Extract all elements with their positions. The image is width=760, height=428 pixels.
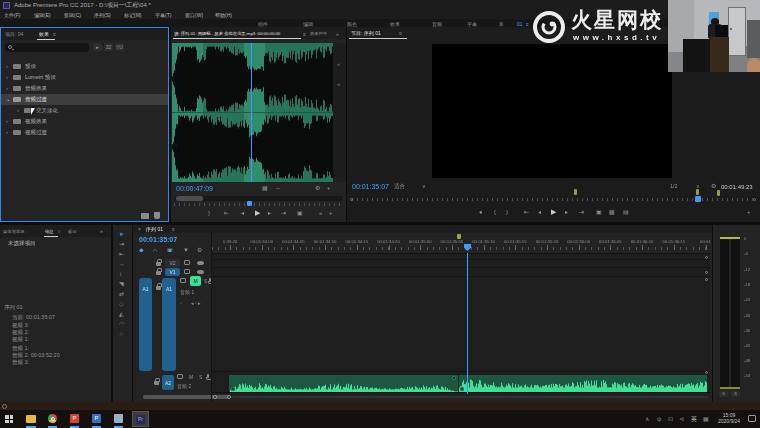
source-export-frame-icon[interactable]: ▣ (297, 210, 303, 217)
program-video-frame[interactable] (432, 44, 672, 178)
track-target-v2[interactable]: V2 (165, 259, 180, 267)
32bit-effects-icon[interactable]: 32 (104, 43, 113, 51)
info-panel-menu-icon[interactable]: ≡ (58, 229, 61, 234)
extract-icon[interactable]: ▩ (609, 209, 615, 216)
add-marker-icon[interactable]: ● (479, 209, 483, 216)
workspace-tab-titles[interactable]: 字幕 (467, 21, 477, 27)
timeline-playhead-line[interactable] (467, 253, 468, 394)
sequence-marker-1[interactable] (574, 189, 577, 195)
zoom-tool-icon[interactable]: ○ (119, 331, 123, 338)
taskbar-app-p-icon[interactable]: P (92, 414, 101, 423)
menu-clip[interactable]: 剪辑(C) (64, 12, 81, 18)
lock-icon[interactable] (156, 262, 161, 266)
menu-title[interactable]: 字幕(T) (155, 12, 171, 18)
chevron-down-icon[interactable]: ⌄ (6, 96, 11, 103)
source-play-icon[interactable]: ▶ (255, 209, 260, 217)
tree-row-presets[interactable]: › 预设 (1, 61, 168, 72)
workspace-tab-assembly[interactable]: 组件 (258, 21, 268, 27)
sync-lock-icon[interactable] (184, 269, 190, 274)
source-zoom-thumb[interactable] (176, 196, 203, 201)
voiceover-icon[interactable] (207, 374, 209, 378)
source-playhead-marker[interactable] (247, 201, 252, 206)
taskbar-explorer-icon[interactable] (26, 415, 36, 423)
chevron-right-icon[interactable]: › (6, 85, 8, 92)
effects-search-input[interactable] (5, 43, 89, 52)
pen-tool-icon[interactable]: ◭ (119, 311, 124, 318)
source-waveform-view[interactable]: L R (172, 43, 333, 182)
play-icon[interactable]: ▶ (551, 208, 556, 216)
track-target-v1[interactable]: V1 (165, 268, 180, 276)
chevron-right-icon[interactable]: › (6, 63, 8, 70)
vscroll-handle[interactable] (705, 256, 708, 259)
chevron-right-icon[interactable]: › (6, 118, 8, 125)
mute-button-a1[interactable]: M (190, 276, 201, 286)
track-select-tool-icon[interactable]: ⇥ (119, 241, 124, 248)
tree-row-crossfade[interactable]: › 交叉淡化 (1, 105, 168, 116)
solo-right-icon[interactable]: ◃ (337, 81, 340, 87)
lock-icon[interactable] (156, 286, 161, 290)
menu-edit[interactable]: 编辑(E) (34, 12, 51, 18)
slide-tool-icon[interactable]: ◇ (119, 301, 124, 308)
track-target-a1[interactable]: A1 (162, 278, 176, 371)
tab-program[interactable]: 节目: 序列 01 (351, 30, 381, 36)
source-settings-icon[interactable]: ⚙ (315, 185, 320, 192)
rate-stretch-tool-icon[interactable]: ↕ (119, 271, 122, 278)
lift-icon[interactable]: ▣ (596, 209, 602, 216)
scrub-circle-right[interactable] (753, 198, 756, 201)
mark-in-icon[interactable]: { (494, 209, 496, 216)
tray-expand-icon[interactable]: ∧ (645, 416, 649, 423)
tab-effects[interactable]: 效果 (39, 31, 49, 37)
action-center-icon[interactable] (748, 415, 756, 422)
delete-icon[interactable] (154, 212, 160, 219)
meter-solo-left[interactable]: S (719, 391, 728, 397)
tree-row-video-effects[interactable]: › 视频效果 (1, 116, 168, 127)
add-button-icon[interactable]: + (747, 209, 751, 216)
selection-tool-icon[interactable]: ► (119, 231, 125, 238)
tab-sequence[interactable]: 序列 01 (146, 226, 163, 232)
source-goto-out-icon[interactable]: ⇥ (281, 210, 286, 217)
source-extra-icon[interactable]: + (327, 185, 331, 192)
export-frame-icon[interactable]: ▤ (623, 209, 629, 216)
vscroll-handle[interactable] (705, 371, 708, 374)
scrub-circle-left[interactable] (350, 198, 353, 201)
tab-source[interactable]: 源: 序列 01: 周砚畅 - 原来 你也在这里.mp3: 00:00:00:0… (174, 31, 302, 36)
goto-in-icon[interactable]: ⇤ (524, 209, 529, 216)
source-timecode[interactable]: 00:00:47:09 (176, 185, 213, 193)
new-bin-icon[interactable] (141, 213, 149, 219)
menu-marker[interactable]: 标记(M) (124, 12, 142, 18)
sync-lock-icon[interactable] (177, 374, 183, 379)
solo-left-icon[interactable]: ◃ (337, 61, 340, 67)
mark-out-icon[interactable]: } (506, 209, 508, 216)
tree-row-audio-effects[interactable]: › 音频效果 (1, 83, 168, 94)
menu-sequence[interactable]: 序列(S) (94, 12, 111, 18)
close-icon[interactable]: × (138, 226, 141, 232)
hscroll-handle[interactable] (213, 395, 217, 399)
tray-volume-icon[interactable]: ⊲ (679, 416, 684, 423)
tab-media-browser[interactable]: 媒体浏览器 (3, 229, 24, 234)
lock-icon[interactable] (156, 271, 161, 275)
start-button[interactable] (5, 415, 13, 423)
timeline-panel-menu-icon[interactable]: ≡ (172, 226, 175, 232)
tree-row-lumetri[interactable]: › Lumetri 预设 (1, 72, 168, 83)
timeline-timecode[interactable]: 00:01:35:07 (139, 236, 177, 244)
menu-window[interactable]: 窗口(W) (185, 12, 203, 18)
taskbar-powerpoint-icon[interactable]: P (70, 414, 79, 423)
program-settings-icon[interactable]: ⚙ (711, 183, 716, 190)
program-timecode[interactable]: 00:01:35:07 (352, 183, 389, 191)
tray-ime-indicator[interactable]: 英 (691, 416, 697, 423)
source-goto-in-icon[interactable]: ⇤ (224, 210, 229, 217)
menu-help[interactable]: 帮助(H) (215, 12, 232, 18)
menu-file[interactable]: 文件(F) (4, 12, 20, 18)
tree-row-video-transitions[interactable]: › 视频过渡 (1, 127, 168, 138)
hand-tool-icon[interactable]: ◠ (119, 321, 124, 328)
sync-lock-icon[interactable] (180, 278, 186, 283)
source-add-button-icon[interactable]: + (329, 210, 333, 217)
track-output-icon[interactable] (197, 270, 204, 274)
tab-effect-controls[interactable]: 效果控件 (310, 31, 334, 36)
razor-tool-icon[interactable]: ◥ (119, 281, 124, 288)
tray-input-icon[interactable]: ▦ (703, 416, 709, 423)
taskbar-chrome-icon[interactable] (48, 414, 57, 423)
workspace-tab-libraries[interactable]: 库 (499, 21, 504, 27)
desktop-icon[interactable] (2, 404, 7, 409)
keyframe-prev-icon[interactable]: ◦ (180, 300, 182, 306)
